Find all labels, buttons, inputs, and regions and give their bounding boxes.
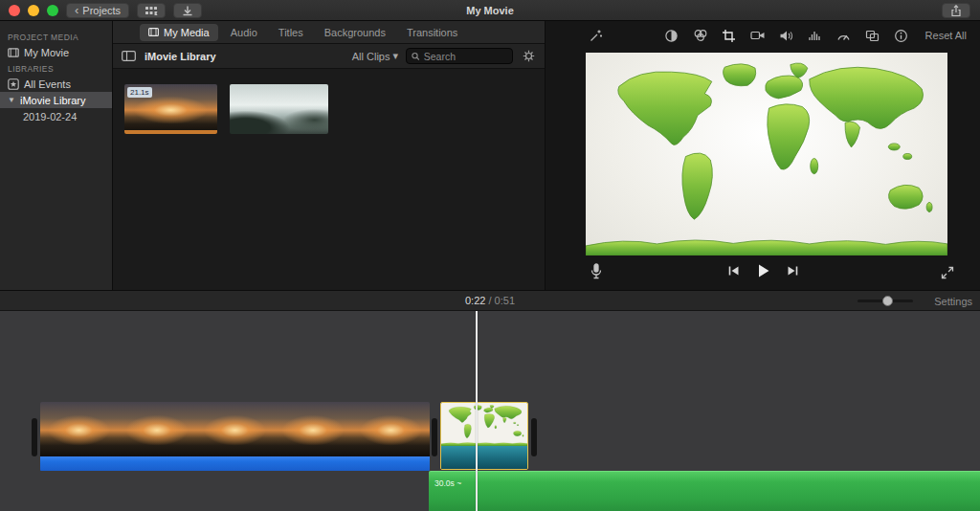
projects-back-button[interactable]: ‹ Projects: [66, 3, 129, 18]
libraries-heading: LIBRARIES: [0, 60, 112, 76]
sidebar-item-imovie-library[interactable]: ▼ iMovie Library: [0, 92, 112, 108]
event-date-label: 2019-02-24: [23, 111, 77, 122]
project-media-heading: PROJECT MEDIA: [0, 29, 112, 44]
sidebar-item-event-date[interactable]: 2019-02-24: [0, 108, 112, 124]
search-icon: [412, 52, 420, 61]
main-split: PROJECT MEDIA My Movie LIBRARIES All Eve…: [0, 21, 980, 290]
clip-frame: [118, 402, 195, 456]
projects-button-label: Projects: [82, 4, 121, 17]
tab-my-media[interactable]: My Media: [140, 24, 218, 41]
libraries-sidebar: PROJECT MEDIA My Movie LIBRARIES All Eve…: [0, 21, 113, 290]
tab-label: Transitions: [407, 27, 457, 38]
browser-tabs: My Media Audio Titles Backgrounds Transi…: [113, 21, 545, 44]
tab-label: Titles: [278, 27, 303, 38]
zoom-slider-thumb[interactable]: [882, 296, 893, 306]
viewer-toolbar: Reset All: [546, 21, 980, 50]
audio-waveform: [40, 456, 430, 471]
minimize-window-button[interactable]: [28, 5, 39, 16]
sidebar-item-my-movie[interactable]: My Movie: [0, 44, 112, 60]
titlebar: ‹ Projects My Movie: [0, 0, 980, 21]
duration-badge: 21.1s: [127, 87, 152, 98]
my-movie-label: My Movie: [24, 47, 69, 58]
browser-settings-button[interactable]: [521, 48, 537, 64]
speed-button[interactable]: [835, 28, 852, 44]
timeline-settings-button[interactable]: Settings: [934, 296, 972, 307]
video-preview: [586, 53, 947, 256]
trim-handle-left[interactable]: [32, 418, 37, 456]
timeline-toolbar: 0:22 / 0:51 Settings: [0, 290, 980, 311]
close-window-button[interactable]: [9, 5, 20, 16]
media-grid-icon: [144, 2, 160, 18]
window-controls: [9, 5, 58, 16]
clip-frame: [40, 402, 118, 456]
noise-reduction-button[interactable]: [807, 28, 823, 44]
map-clip-audio: [441, 446, 527, 469]
media-browser: My Media Audio Titles Backgrounds Transi…: [113, 21, 546, 290]
import-media-button[interactable]: [173, 3, 202, 18]
previous-frame-button[interactable]: [725, 262, 742, 278]
timeline-music-clip[interactable]: 30.0s ~: [429, 471, 980, 511]
sidebar-toggle-button[interactable]: [121, 48, 137, 64]
stabilization-button[interactable]: [749, 28, 766, 44]
media-browser-button[interactable]: [137, 3, 166, 18]
fullscreen-button[interactable]: [939, 264, 955, 280]
share-button[interactable]: [942, 3, 970, 18]
map-clip-thumbnail: [441, 403, 527, 446]
browser-library-title: iMovie Library: [145, 51, 216, 62]
browser-header: iMovie Library All Clips ▾: [113, 44, 545, 69]
playhead[interactable]: [476, 311, 478, 511]
imovie-library-label: iMovie Library: [20, 95, 85, 106]
reset-all-button[interactable]: Reset All: [925, 30, 967, 41]
color-balance-button[interactable]: [663, 28, 679, 44]
timeline-zoom-slider[interactable]: [858, 300, 913, 302]
music-clip-duration: 30.0s ~: [434, 478, 461, 488]
transport-controls: [546, 256, 980, 290]
total-time: 0:51: [495, 295, 515, 306]
crop-button[interactable]: [721, 28, 737, 44]
effects-button[interactable]: [864, 28, 880, 44]
all-events-label: All Events: [24, 78, 71, 90]
trim-handle-right[interactable]: [531, 418, 537, 456]
color-correction-button[interactable]: [692, 28, 708, 44]
zoom-window-button[interactable]: [47, 5, 58, 16]
clip-frame: [196, 402, 274, 456]
search-input[interactable]: [424, 51, 507, 62]
time-separator: /: [488, 295, 491, 306]
filmstrip-icon: [148, 28, 159, 36]
selection-range-bar: [124, 130, 217, 134]
adjust-tools-group: [663, 28, 909, 44]
viewer-panel: Reset All: [546, 21, 980, 290]
tab-audio[interactable]: Audio: [222, 24, 266, 41]
tab-titles[interactable]: Titles: [270, 24, 312, 41]
timeline[interactable]: 30.0s ~: [0, 311, 980, 511]
sidebar-item-all-events[interactable]: All Events: [0, 76, 112, 92]
star-icon: [8, 78, 19, 90]
timeline-clip-sunset[interactable]: [40, 402, 430, 471]
tab-label: Audio: [231, 27, 257, 38]
volume-button[interactable]: [778, 28, 794, 44]
clip-frame: [352, 402, 430, 456]
voiceover-mic-button[interactable]: [588, 263, 604, 279]
timeline-clip-map-selected[interactable]: [440, 402, 528, 470]
tab-backgrounds[interactable]: Backgrounds: [316, 24, 394, 41]
browser-clip-sunset[interactable]: 21.1s: [124, 84, 217, 134]
chevron-down-icon: ▾: [392, 50, 398, 62]
tab-transitions[interactable]: Transitions: [398, 24, 466, 41]
info-button[interactable]: [893, 28, 909, 44]
search-field[interactable]: [406, 48, 513, 64]
browser-clip-ocean[interactable]: [230, 84, 328, 134]
play-button[interactable]: [755, 262, 771, 278]
clip-filter-dropdown[interactable]: All Clips ▾: [352, 50, 398, 62]
next-frame-button[interactable]: [785, 262, 801, 278]
trim-handle-middle[interactable]: [432, 418, 437, 456]
playback-controls: [725, 262, 801, 278]
clip-filmstrip: [40, 402, 430, 456]
clip-filter-label: All Clips: [352, 51, 390, 62]
time-display: 0:22 / 0:51: [0, 295, 980, 306]
clip-frame: [274, 402, 351, 456]
enhance-wand-button[interactable]: [588, 28, 604, 44]
current-time: 0:22: [465, 295, 485, 306]
back-chevron-icon: ‹: [75, 4, 78, 17]
disclosure-triangle-icon[interactable]: ▼: [8, 96, 15, 104]
imovie-window: ‹ Projects My Movie PROJECT MEDIA M: [0, 0, 980, 511]
